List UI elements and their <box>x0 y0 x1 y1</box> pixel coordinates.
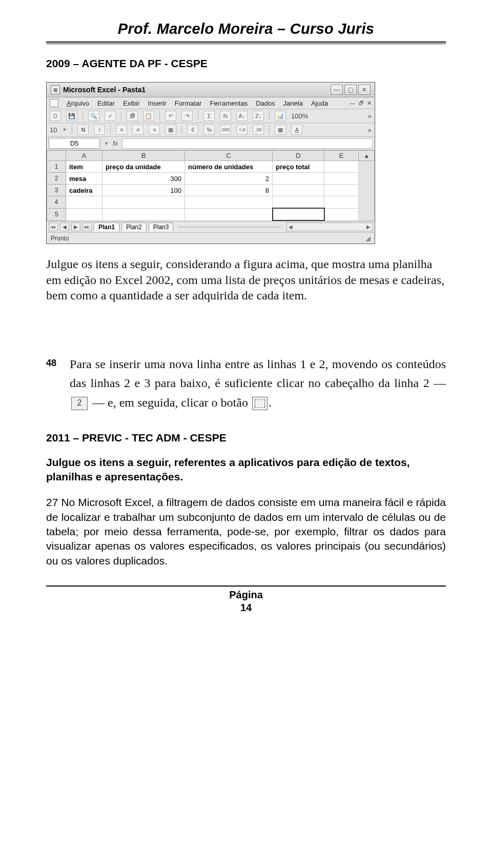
thousands-icon[interactable]: 000 <box>220 125 231 135</box>
bold-icon[interactable]: N <box>77 125 89 135</box>
vscroll-up-icon[interactable]: ▴ <box>359 151 375 161</box>
menu-inserir[interactable]: Inserir <box>148 99 167 107</box>
toolbar-overflow-icon[interactable]: » <box>368 126 372 134</box>
print-preview-icon[interactable]: 🔍 <box>88 111 99 121</box>
function-icon[interactable]: fx <box>220 111 231 121</box>
cell-B5[interactable] <box>102 208 185 220</box>
cell-B4[interactable] <box>102 196 185 209</box>
align-center-icon[interactable]: ≡ <box>132 125 144 135</box>
cell-B1[interactable]: preço da unidade <box>102 161 185 173</box>
row-header-4[interactable]: 4 <box>47 196 66 209</box>
sheet-tab-plan2[interactable]: Plan2 <box>121 223 147 231</box>
chart-icon[interactable]: 📊 <box>275 111 286 121</box>
fx-label[interactable]: fx <box>113 139 118 147</box>
sheet-nav-next-icon[interactable]: ▶ <box>71 223 80 231</box>
undo-icon[interactable]: ↶ <box>165 111 176 121</box>
spellcheck-icon[interactable]: ✓ <box>105 111 116 121</box>
minimize-icon[interactable]: ― <box>331 85 343 95</box>
font-color-icon[interactable]: A <box>291 125 302 135</box>
menu-exibir[interactable]: Exibir <box>123 99 140 107</box>
page-footer: Página 14 <box>46 586 446 614</box>
menu-editar[interactable]: Editar <box>97 99 115 107</box>
cell-E2[interactable] <box>324 173 359 185</box>
cell-C2[interactable]: 2 <box>185 173 273 185</box>
currency-icon[interactable]: € <box>187 125 198 135</box>
maximize-icon[interactable]: ▢ <box>344 85 357 95</box>
doc-minimize-icon[interactable]: ― <box>350 100 355 107</box>
menu-ferramentas[interactable]: Ferramentas <box>210 99 248 107</box>
decrease-decimal-icon[interactable]: ,00 <box>253 125 264 135</box>
cell-D3[interactable] <box>273 185 324 196</box>
sheet-nav-last-icon[interactable]: ⏭ <box>83 223 92 231</box>
align-left-icon[interactable]: ≡ <box>116 125 127 135</box>
cell-D5-selected[interactable] <box>273 208 324 220</box>
sheet-nav-prev-icon[interactable]: ◀ <box>60 223 69 231</box>
font-size-select[interactable]: 10 <box>50 126 57 134</box>
cell-E5[interactable] <box>324 208 359 220</box>
cell-A5[interactable] <box>66 208 102 220</box>
row-header-5[interactable]: 5 <box>47 208 66 220</box>
new-icon[interactable]: 🗋 <box>50 111 61 121</box>
paste-icon[interactable]: 📋 <box>143 111 154 121</box>
cell-D2[interactable] <box>273 173 324 185</box>
merge-cells-icon[interactable]: ▦ <box>165 125 176 135</box>
menu-arquivo[interactable]: Arquivo <box>67 99 89 107</box>
percent-icon[interactable]: % <box>203 125 215 135</box>
cell-C1[interactable]: número de unidades <box>185 161 273 173</box>
cell-A4[interactable] <box>66 196 102 209</box>
merge-cells-inline-icon <box>252 397 268 410</box>
col-header-A[interactable]: A <box>66 151 102 161</box>
sheet-tab-plan1[interactable]: Plan1 <box>94 223 119 231</box>
cell-B3[interactable]: 100 <box>102 185 185 196</box>
name-box[interactable]: D5 <box>49 138 100 149</box>
sort-asc-icon[interactable]: A↓ <box>236 111 248 121</box>
toolbar-overflow-icon[interactable]: » <box>368 112 372 120</box>
sheet-nav-first-icon[interactable]: ⏮ <box>49 223 58 231</box>
chevron-down-icon[interactable]: ▼ <box>104 141 109 146</box>
cell-A3[interactable]: cadeira <box>66 185 102 196</box>
row-header-3[interactable]: 3 <box>47 185 66 196</box>
italic-icon[interactable]: I <box>94 125 105 135</box>
borders-icon[interactable]: ▦ <box>275 125 286 135</box>
align-right-icon[interactable]: ≡ <box>149 125 160 135</box>
doc-close-icon[interactable]: ✕ <box>367 100 372 107</box>
chevron-down-icon[interactable]: ▼ <box>62 127 67 132</box>
formula-input[interactable] <box>122 138 373 149</box>
doc-restore-icon[interactable]: 🗗 <box>358 100 364 107</box>
save-icon[interactable]: 💾 <box>66 111 77 121</box>
cell-C3[interactable]: 8 <box>185 185 273 196</box>
increase-decimal-icon[interactable]: +,0 <box>236 125 248 135</box>
sheet-tab-plan3[interactable]: Plan3 <box>149 223 174 231</box>
row-header-2[interactable]: 2 <box>47 173 66 185</box>
excel-statusbar: Pronto ◢ <box>47 233 375 244</box>
close-icon[interactable]: ✕ <box>358 85 371 95</box>
copy-icon[interactable]: 🗐 <box>127 111 138 121</box>
col-header-E[interactable]: E <box>324 151 359 161</box>
hscrollbar[interactable]: ◀▶ <box>286 223 373 231</box>
cell-C5[interactable] <box>185 208 273 220</box>
col-header-D[interactable]: D <box>273 151 324 161</box>
cell-A1[interactable]: item <box>66 161 102 173</box>
cell-B2[interactable]: 300 <box>102 173 185 185</box>
col-header-C[interactable]: C <box>185 151 273 161</box>
resize-grip-icon[interactable]: ◢ <box>365 234 371 242</box>
menu-janela[interactable]: Janela <box>283 99 303 107</box>
redo-icon[interactable]: ↷ <box>181 111 193 121</box>
sort-desc-icon[interactable]: Z↓ <box>253 111 264 121</box>
cell-E1[interactable] <box>324 161 359 173</box>
vscrollbar[interactable] <box>359 161 375 221</box>
autosum-icon[interactable]: Σ <box>203 111 215 121</box>
menu-dados[interactable]: Dados <box>256 99 275 107</box>
cell-A2[interactable]: mesa <box>66 173 102 185</box>
menu-formatar[interactable]: Formatar <box>175 99 202 107</box>
zoom-value[interactable]: 100% <box>291 112 308 120</box>
cell-D1[interactable]: preço total <box>273 161 324 173</box>
cell-C4[interactable] <box>185 196 273 209</box>
select-all-corner[interactable] <box>47 151 66 161</box>
menu-ajuda[interactable]: Ajuda <box>311 99 328 107</box>
cell-D4[interactable] <box>273 196 324 209</box>
col-header-B[interactable]: B <box>102 151 185 161</box>
cell-E4[interactable] <box>324 196 359 209</box>
row-header-1[interactable]: 1 <box>47 161 66 173</box>
cell-E3[interactable] <box>324 185 359 196</box>
